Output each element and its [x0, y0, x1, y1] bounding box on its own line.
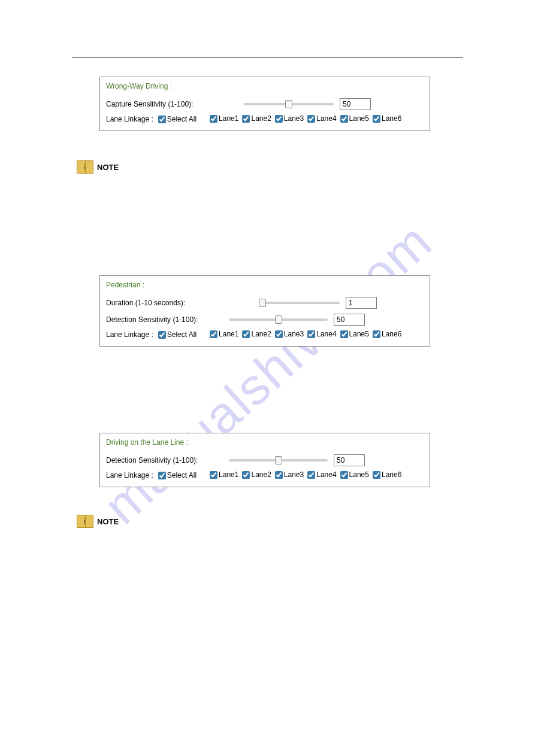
- detect-value-input[interactable]: [334, 314, 365, 326]
- lane-checkbox[interactable]: Lane3: [275, 114, 304, 123]
- select-all-text: Select All: [167, 330, 197, 339]
- panel-pedestrian: Pedestrian : Duration (1-10 seconds): De…: [99, 275, 430, 347]
- lane-checkbox[interactable]: Lane1: [210, 470, 238, 479]
- lane-checks: Lane1Lane2Lane3Lane4Lane5Lane6: [210, 470, 405, 481]
- lane-checkbox[interactable]: Lane6: [373, 470, 401, 479]
- capture-sensitivity-row: Capture Sensitivity (1-100):: [106, 98, 424, 111]
- lane-checkbox[interactable]: Lane2: [242, 470, 271, 479]
- note-label: NOTE: [97, 163, 119, 172]
- lane-checks: Lane1Lane2Lane3Lane4Lane5Lane6: [210, 114, 405, 125]
- lane-checkbox-label: Lane4: [316, 114, 336, 123]
- slider-thumb[interactable]: [259, 299, 266, 307]
- lane-checkbox[interactable]: Lane6: [373, 330, 401, 338]
- lane-checkbox-label: Lane1: [219, 114, 238, 123]
- detect-slider[interactable]: [229, 456, 328, 464]
- note-label: NOTE: [97, 517, 119, 526]
- note-icon: [77, 160, 93, 174]
- slider-thumb[interactable]: [275, 315, 282, 324]
- capture-label: Capture Sensitivity (1-100):: [106, 100, 244, 108]
- lane-checkbox-label: Lane4: [316, 330, 336, 338]
- note-icon: [77, 515, 93, 528]
- lane-checkbox-label: Lane5: [349, 470, 369, 479]
- lane-checkbox[interactable]: Lane4: [307, 114, 336, 123]
- lane-checkbox[interactable]: Lane4: [307, 470, 336, 479]
- lane-linkage-label: Lane Linkage :: [106, 471, 153, 479]
- lane-linkage-label: Lane Linkage :: [106, 330, 153, 339]
- lane-checkbox[interactable]: Lane4: [307, 330, 336, 338]
- lane-checkbox-label: Lane2: [251, 114, 271, 123]
- duration-value-input[interactable]: [346, 297, 377, 309]
- lane-checkbox-label: Lane6: [382, 470, 401, 479]
- lane-checkbox-label: Lane2: [251, 470, 271, 479]
- panel-lane-line: Driving on the Lane Line : Detection Sen…: [99, 433, 430, 487]
- panel-title: Pedestrian :: [106, 281, 424, 289]
- lane-checkbox-label: Lane1: [219, 330, 238, 338]
- lane-checkbox-label: Lane3: [284, 114, 304, 123]
- lane-checkbox[interactable]: Lane1: [210, 330, 238, 338]
- detect-label: Detection Sensitivity (1-100):: [106, 456, 244, 464]
- note-callout: NOTE: [77, 515, 119, 528]
- lane-checkbox[interactable]: Lane5: [340, 470, 369, 479]
- select-all-checkbox[interactable]: Select All: [158, 471, 197, 479]
- slider-thumb[interactable]: [275, 456, 282, 464]
- detect-row: Detection Sensitivity (1-100):: [106, 313, 424, 326]
- slider-track: [259, 302, 340, 304]
- document-page: manualshive.com Wrong-Way Driving : Capt…: [0, 0, 535, 756]
- lane-checkbox-label: Lane1: [219, 470, 238, 479]
- lane-linkage-label: Lane Linkage :: [106, 115, 153, 123]
- capture-value-input[interactable]: [340, 98, 371, 110]
- lane-linkage-row: Lane Linkage : Select All Lane1Lane2Lane…: [106, 330, 424, 340]
- panel-wrong-way: Wrong-Way Driving : Capture Sensitivity …: [99, 77, 430, 131]
- select-all-text: Select All: [167, 115, 197, 123]
- panel-title: Driving on the Lane Line :: [106, 438, 424, 447]
- capture-slider[interactable]: [244, 100, 334, 108]
- lane-checkbox[interactable]: Lane1: [210, 114, 238, 123]
- lane-linkage-row: Lane Linkage : Select All Lane1Lane2Lane…: [106, 114, 424, 125]
- detect-row: Detection Sensitivity (1-100):: [106, 454, 424, 467]
- lane-checkbox-label: Lane3: [284, 330, 304, 338]
- panel-title: Wrong-Way Driving :: [106, 82, 424, 90]
- lane-checkbox[interactable]: Lane5: [340, 114, 369, 123]
- select-all-text: Select All: [167, 471, 197, 479]
- lane-checkbox-label: Lane3: [284, 470, 304, 479]
- lane-checkbox[interactable]: Lane2: [242, 114, 271, 123]
- header-rule: [72, 57, 463, 57]
- lane-linkage-row: Lane Linkage : Select All Lane1Lane2Lane…: [106, 470, 424, 481]
- select-all-checkbox[interactable]: Select All: [158, 115, 197, 123]
- lane-checkbox-label: Lane4: [316, 470, 336, 479]
- lane-checkbox-label: Lane2: [251, 330, 271, 338]
- detect-value-input[interactable]: [334, 454, 365, 466]
- duration-row: Duration (1-10 seconds):: [106, 296, 424, 309]
- slider-thumb[interactable]: [285, 100, 292, 108]
- duration-label: Duration (1-10 seconds):: [106, 299, 244, 307]
- select-all-checkbox[interactable]: Select All: [158, 330, 197, 339]
- lane-checkbox-label: Lane5: [349, 114, 369, 123]
- lane-checkbox-label: Lane6: [382, 114, 401, 123]
- lane-checkbox[interactable]: Lane3: [275, 330, 304, 338]
- lane-checkbox[interactable]: Lane6: [373, 114, 401, 123]
- lane-checkbox[interactable]: Lane3: [275, 470, 304, 479]
- lane-checkbox-label: Lane5: [349, 330, 369, 338]
- lane-checkbox[interactable]: Lane5: [340, 330, 369, 338]
- lane-checkbox[interactable]: Lane2: [242, 330, 271, 338]
- lane-checkbox-label: Lane6: [382, 330, 401, 338]
- detect-slider[interactable]: [229, 315, 328, 324]
- lane-checks: Lane1Lane2Lane3Lane4Lane5Lane6: [210, 330, 405, 340]
- detect-label: Detection Sensitivity (1-100):: [106, 315, 244, 324]
- duration-slider[interactable]: [259, 299, 340, 307]
- note-callout: NOTE: [77, 160, 119, 174]
